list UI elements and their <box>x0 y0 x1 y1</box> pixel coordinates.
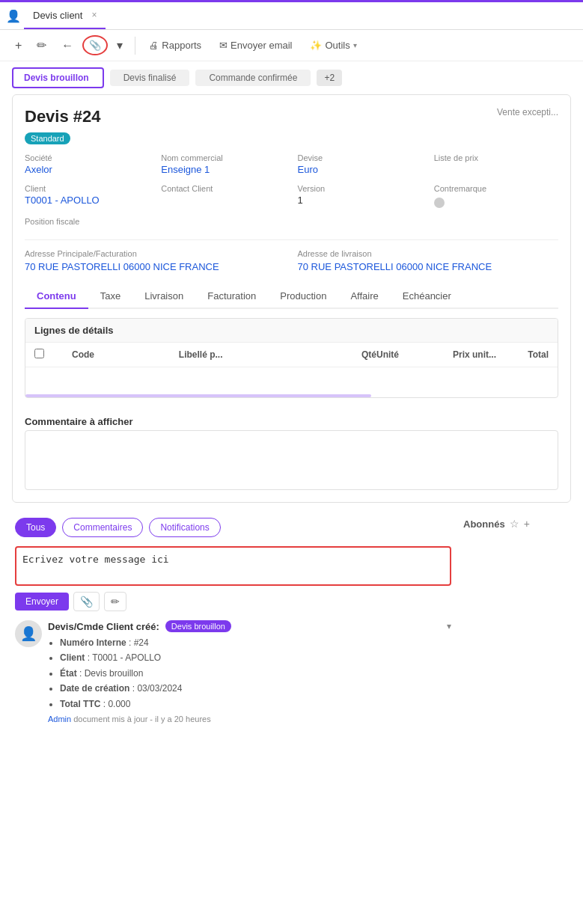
rapports-icon: 🖨 <box>149 40 159 51</box>
societe-value[interactable]: Axelor <box>25 164 149 175</box>
tab-contenu[interactable]: Contenu <box>25 284 88 309</box>
more-button[interactable]: ▾ <box>111 34 129 56</box>
chatter-tabs: Tous Commentaires Notifications <box>15 518 451 537</box>
societe-label: Société <box>25 153 149 162</box>
tab-affaire[interactable]: Affaire <box>338 284 390 309</box>
tab-livraison[interactable]: Livraison <box>132 284 195 309</box>
email-icon: ✉ <box>219 40 228 51</box>
detail-total: Total TTC : 0.000 <box>60 697 451 712</box>
contremarque-label: Contremarque <box>434 184 558 193</box>
livraison-label: Adresse de livraison <box>298 249 559 258</box>
tab-devis-client[interactable]: Devis client × <box>24 2 106 29</box>
message-item: 👤 Devis/Cmde Client créé: Devis brouillo… <box>15 620 451 723</box>
attach-button[interactable]: 📎 <box>82 35 108 55</box>
version-label: Version <box>298 184 422 193</box>
tab-facturation[interactable]: Facturation <box>195 284 268 309</box>
message-edit-button[interactable]: ✏ <box>104 592 126 611</box>
devise-value[interactable]: Euro <box>298 164 422 175</box>
edit-icon: ✏ <box>37 38 46 52</box>
message-attach-button[interactable]: 📎 <box>73 592 100 611</box>
col-prix-header: Prix unit... <box>429 349 496 360</box>
message-sender: Devis/Cmde Client créé: <box>48 621 159 632</box>
col-libelle-header: Libellé p... <box>179 349 339 360</box>
abonnes-add-button[interactable]: + <box>524 518 530 530</box>
chatter-left: Tous Commentaires Notifications Ecrivez … <box>15 518 451 732</box>
email-label: Envoyer email <box>231 40 292 51</box>
tools-label: Outils <box>325 40 350 51</box>
client-value[interactable]: T0001 - APOLLO <box>25 195 149 206</box>
address-section: Adresse Principale/Facturation 70 RUE PA… <box>25 239 558 272</box>
message-detail: Numéro Interne : #24 Client : T0001 - AP… <box>48 635 451 712</box>
col-code-header: Code <box>72 349 179 360</box>
status-step-1[interactable]: Devis brouillon <box>12 67 104 88</box>
status-step-2[interactable]: Devis finalisé <box>110 70 190 86</box>
contremarque-toggle[interactable] <box>434 198 445 208</box>
back-button[interactable]: ← <box>55 35 79 56</box>
chatter-tab-commentaires[interactable]: Commentaires <box>62 518 143 537</box>
loading-progress-bar <box>25 394 371 397</box>
abonnes-star-button[interactable]: ☆ <box>510 518 519 530</box>
chatter-right: Abonnés ☆ + <box>463 518 568 732</box>
new-icon: + <box>15 39 22 52</box>
vente-label: Vente excepti... <box>497 107 558 117</box>
field-contact: Contact Client <box>161 184 285 208</box>
position-fiscale-label: Position fiscale <box>25 217 286 226</box>
version-value: 1 <box>298 195 422 206</box>
tab-label: Devis client <box>33 10 82 21</box>
rapports-label: Rapports <box>162 40 201 51</box>
field-devise: Devise Euro <box>298 153 422 175</box>
message-edit-icon: ✏ <box>111 596 120 608</box>
tab-production[interactable]: Production <box>268 284 338 309</box>
avatar: 👤 <box>15 620 42 647</box>
status-step-more[interactable]: +2 <box>317 70 342 86</box>
comment-section-wrapper: Commentaire à afficher <box>25 410 558 490</box>
field-position-fiscale: Position fiscale <box>25 217 286 227</box>
send-button[interactable]: Envoyer <box>15 593 69 611</box>
tab-close[interactable]: × <box>91 10 97 20</box>
message-dropdown[interactable]: ▾ <box>447 621 451 631</box>
field-nom-commercial: Nom commercial Enseigne 1 <box>161 153 285 175</box>
new-button[interactable]: + <box>9 35 28 56</box>
message-log: 👤 Devis/Cmde Client créé: Devis brouillo… <box>15 620 451 723</box>
commentaire-title: Commentaire à afficher <box>25 410 558 430</box>
col-check <box>34 349 57 361</box>
message-footer: Admin document mis à jour - il y a 20 he… <box>48 715 451 723</box>
message-author-link[interactable]: Admin <box>48 715 71 723</box>
chatter-tab-notifications[interactable]: Notifications <box>149 518 220 537</box>
livraison-value[interactable]: 70 RUE PASTORELLI 06000 NICE FRANCE <box>298 261 559 272</box>
toolbar-divider <box>135 37 135 55</box>
more-icon: ▾ <box>117 38 123 52</box>
table-empty-row <box>25 367 558 397</box>
liste-prix-label: Liste de prix <box>434 153 558 162</box>
field-contremarque: Contremarque <box>434 184 558 208</box>
field-societe: Société Axelor <box>25 153 149 175</box>
select-all-checkbox[interactable] <box>34 349 44 358</box>
lignes-title: Lignes de détails <box>25 319 558 343</box>
facturation-value[interactable]: 70 RUE PASTORELLI 06000 NICE FRANCE <box>25 261 286 272</box>
status-bar: Devis brouillon Devis finalisé Commande … <box>0 61 583 94</box>
message-attach-icon: 📎 <box>80 596 93 608</box>
detail-etat: État : Devis brouillon <box>60 666 451 681</box>
col-qte-header: Qté <box>339 349 376 360</box>
edit-button[interactable]: ✏ <box>31 34 52 56</box>
message-input[interactable]: Ecrivez votre message ici <box>22 554 444 576</box>
commentaire-editor[interactable] <box>25 430 558 490</box>
attach-icon: 📎 <box>89 40 101 51</box>
chatter-area: Tous Commentaires Notifications Ecrivez … <box>0 518 583 747</box>
status-step-3[interactable]: Commande confirmée <box>195 70 311 86</box>
rapports-button[interactable]: 🖨 Rapports <box>141 36 209 55</box>
envoyer-email-button[interactable]: ✉ Envoyer email <box>212 36 299 55</box>
back-icon: ← <box>61 39 73 52</box>
tools-dropdown-arrow: ▾ <box>353 41 357 49</box>
nom-commercial-value[interactable]: Enseigne 1 <box>161 164 285 175</box>
field-client: Client T0001 - APOLLO <box>25 184 149 208</box>
table-header: Code Libellé p... Qté Unité Prix unit...… <box>25 343 558 367</box>
chatter-tab-tous[interactable]: Tous <box>15 518 56 537</box>
tools-icon: ✨ <box>310 40 322 51</box>
tab-taxe[interactable]: Taxe <box>88 284 132 309</box>
tab-echeancier[interactable]: Echéancier <box>391 284 463 309</box>
page-title: Devis #24 <box>25 107 101 126</box>
tools-button[interactable]: ✨ Outils ▾ <box>302 36 364 55</box>
contact-label: Contact Client <box>161 184 285 193</box>
main-card: Devis #24 Vente excepti... Standard Soci… <box>12 94 571 503</box>
